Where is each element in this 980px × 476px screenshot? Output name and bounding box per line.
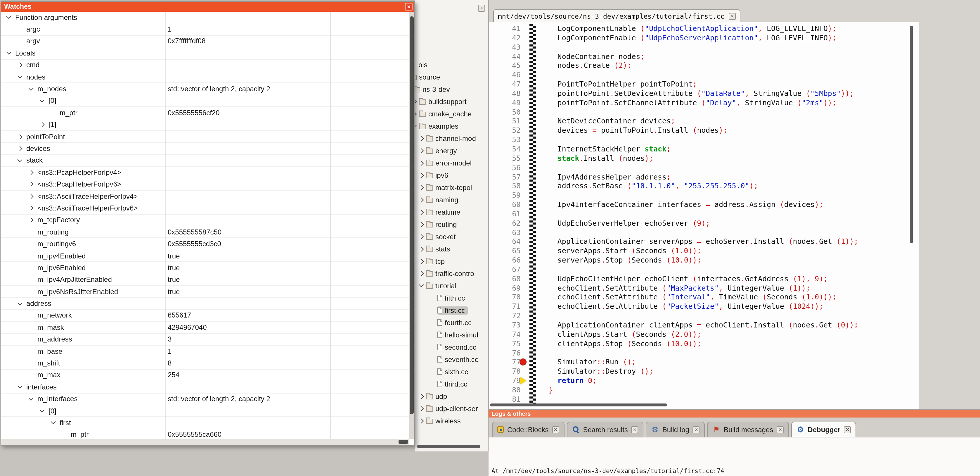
code-line[interactable]: 70 echoClient.SetAttribute ("Interval", …: [489, 293, 919, 302]
tree-item-third.cc[interactable]: third.cc: [415, 378, 488, 390]
tree-item-traffic-contro[interactable]: traffic-contro: [415, 267, 488, 280]
tree-item-udp-client-ser[interactable]: udp-client-ser: [415, 403, 488, 415]
line-number[interactable]: 50: [489, 107, 521, 117]
code-line[interactable]: 73 ApplicationContainer clientApps = ech…: [489, 321, 919, 330]
chevron-right-icon[interactable]: [415, 99, 417, 104]
chevron-right-icon[interactable]: [419, 185, 424, 190]
line-number[interactable]: 44: [489, 52, 521, 61]
watch-row[interactable]: interfaces: [1, 381, 409, 393]
close-icon[interactable]: ×: [405, 3, 412, 11]
line-number[interactable]: 77: [489, 358, 521, 367]
chevron-down-icon[interactable]: [6, 14, 11, 19]
watch-row[interactable]: m_network655617: [1, 310, 409, 322]
code-line[interactable]: 59: [489, 191, 919, 200]
watch-row[interactable]: pointToPoint: [1, 131, 409, 143]
chevron-right-icon[interactable]: [415, 112, 417, 117]
chevron-right-icon[interactable]: [18, 62, 22, 67]
line-number[interactable]: 42: [489, 34, 521, 43]
code-line[interactable]: 44 NodeContainer nodes;: [489, 52, 919, 61]
watch-row[interactable]: m_ipv4ArpJitterEnabledtrue: [1, 274, 409, 286]
chevron-right-icon[interactable]: [29, 182, 33, 187]
code-line[interactable]: 60 Ipv4InterfaceContainer interfaces = a…: [489, 200, 919, 209]
close-icon[interactable]: ×: [478, 5, 485, 12]
watches-vscrollbar-thumb[interactable]: [410, 16, 414, 414]
line-number[interactable]: 69: [489, 283, 521, 293]
tree-item-hello-simul[interactable]: hello-simul: [415, 329, 488, 341]
tree-item-wireless[interactable]: wireless: [415, 415, 488, 427]
watch-row[interactable]: devices: [1, 143, 409, 155]
column-divider[interactable]: [330, 12, 331, 439]
line-number[interactable]: 58: [489, 182, 521, 191]
chevron-down-icon[interactable]: [18, 383, 22, 388]
line-number[interactable]: 63: [489, 228, 521, 237]
code-line[interactable]: 41 LogComponentEnable ("UdpEchoClientApp…: [489, 24, 919, 34]
chevron-down-icon[interactable]: [419, 283, 424, 288]
watch-row[interactable]: [1]: [1, 119, 409, 131]
code-line[interactable]: 72: [489, 311, 919, 321]
watch-row[interactable]: m_ptr0x55555556cf20: [1, 107, 409, 119]
code-line[interactable]: 50: [489, 107, 919, 117]
watch-row[interactable]: stack: [1, 155, 409, 167]
code-line[interactable]: 57 Ipv4AddressHelper address;: [489, 172, 919, 182]
tree-item-sixth.cc[interactable]: sixth.cc: [415, 366, 488, 378]
line-number[interactable]: 48: [489, 89, 521, 98]
code-area[interactable]: 41 LogComponentEnable ("UdpEchoClientApp…: [489, 22, 919, 409]
tree-item-examples[interactable]: examples: [415, 120, 488, 132]
line-number[interactable]: 81: [489, 395, 521, 404]
watch-row[interactable]: address: [1, 298, 409, 310]
code-line[interactable]: 66 serverApps.Stop (Seconds (10.0));: [489, 256, 919, 265]
code-line[interactable]: 48 pointToPoint.SetDeviceAttribute ("Dat…: [489, 89, 919, 98]
close-icon[interactable]: ×: [776, 426, 784, 433]
tree-item-tcp[interactable]: tcp: [415, 255, 488, 267]
tree-item-seventh.cc[interactable]: seventh.cc: [415, 353, 488, 366]
code-line[interactable]: 49 pointToPoint.SetChannelAttribute ("De…: [489, 98, 919, 108]
line-number[interactable]: 61: [489, 209, 521, 219]
code-line[interactable]: 81: [489, 395, 919, 404]
watch-row[interactable]: [0]: [1, 95, 409, 107]
watch-row[interactable]: first: [1, 417, 409, 429]
chevron-right-icon[interactable]: [40, 122, 45, 127]
tree-item-cmake_cache[interactable]: cmake_cache: [415, 108, 488, 120]
watches-titlebar[interactable]: Watches ×: [1, 2, 414, 12]
close-icon[interactable]: ×: [693, 426, 700, 433]
tree-item-channel-mod[interactable]: channel-mod: [415, 132, 488, 144]
tree-item-routing[interactable]: routing: [415, 218, 488, 230]
chevron-right-icon[interactable]: [419, 197, 424, 202]
logs-tab-build-messages[interactable]: ⚑Build messages×: [707, 422, 789, 437]
tree-item-naming[interactable]: naming: [415, 193, 488, 206]
watch-row[interactable]: m_mask4294967040: [1, 322, 409, 334]
line-number[interactable]: 51: [489, 117, 521, 126]
chevron-right-icon[interactable]: [419, 136, 424, 141]
code-line[interactable]: 47 PointToPointHelper pointToPoint;: [489, 80, 919, 89]
watch-row[interactable]: Function arguments: [1, 12, 409, 24]
line-number[interactable]: 76: [489, 348, 521, 358]
code-line[interactable]: 55 stack.Install (nodes);: [489, 154, 919, 163]
chevron-right-icon[interactable]: [419, 394, 424, 399]
line-number[interactable]: 55: [489, 154, 521, 163]
column-divider[interactable]: [165, 12, 166, 439]
line-number[interactable]: 52: [489, 126, 521, 135]
code-line[interactable]: 43: [489, 42, 919, 52]
tree-item-energy[interactable]: energy: [415, 144, 488, 157]
tree-item-socket[interactable]: socket: [415, 230, 488, 243]
line-number[interactable]: 45: [489, 61, 521, 70]
line-number[interactable]: 57: [489, 172, 521, 182]
code-line[interactable]: 56: [489, 163, 919, 172]
watch-row[interactable]: <ns3::PcapHelperForIpv6>: [1, 179, 409, 191]
code-line[interactable]: 52 devices = pointToPoint.Install (nodes…: [489, 126, 919, 135]
line-number[interactable]: 43: [489, 42, 521, 52]
code-line[interactable]: 69 echoClient.SetAttribute ("MaxPackets"…: [489, 283, 919, 293]
line-number[interactable]: 74: [489, 330, 521, 339]
chevron-right-icon[interactable]: [29, 194, 33, 199]
chevron-down-icon[interactable]: [18, 157, 22, 162]
line-number[interactable]: 53: [489, 135, 521, 144]
logs-tab-build-log[interactable]: ⚙Build log×: [646, 422, 705, 437]
watch-row[interactable]: m_max254: [1, 369, 409, 381]
tree-item-buildsupport[interactable]: buildsupport: [415, 95, 488, 108]
chevron-right-icon[interactable]: [29, 170, 33, 175]
chevron-right-icon[interactable]: [419, 406, 424, 411]
line-number[interactable]: 64: [489, 237, 521, 246]
watch-row[interactable]: cmd: [1, 59, 409, 71]
line-number[interactable]: 73: [489, 321, 521, 330]
line-number[interactable]: 47: [489, 80, 521, 89]
